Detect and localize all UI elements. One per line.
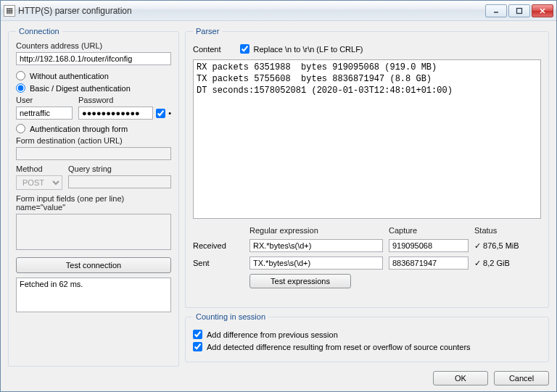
method-select: POST — [16, 175, 62, 190]
capture-header: Capture — [389, 226, 469, 235]
close-button[interactable] — [532, 4, 553, 17]
parser-legend: Parser — [193, 27, 222, 36]
form-dest-label: Form destination (action URL) — [16, 136, 171, 145]
footer-buttons: OK Cancel — [8, 367, 549, 385]
sent-label: Sent — [193, 259, 244, 267]
connection-status-textarea[interactable]: Fetched in 62 ms. — [16, 278, 171, 312]
maximize-button[interactable] — [508, 4, 530, 17]
test-expressions-button[interactable]: Test expressions — [249, 274, 351, 288]
auth-none-radio[interactable] — [16, 71, 25, 80]
show-password-checkbox[interactable] — [156, 109, 165, 118]
minimize-button[interactable] — [485, 4, 507, 17]
app-icon: ▦ — [4, 5, 15, 17]
received-regex-input[interactable] — [249, 239, 383, 252]
counting-group: Counting in session Add difference from … — [185, 312, 549, 362]
replace-crlf-checkbox[interactable] — [240, 44, 249, 54]
replace-crlf-label: Replace \n to \r\n (LF to CRLF) — [254, 45, 363, 54]
auth-basic-radio[interactable] — [16, 83, 25, 93]
user-input[interactable] — [16, 107, 73, 120]
content-label: Content — [193, 45, 221, 54]
sent-status: ✓ 8,2 GiB — [474, 259, 541, 268]
regex-header: Regular expression — [249, 226, 383, 235]
received-capture-output — [389, 239, 469, 252]
add-diff-checkbox[interactable] — [193, 330, 202, 339]
add-overflow-checkbox[interactable] — [193, 342, 202, 351]
parser-group: Parser Content Replace \n to \r\n (LF to… — [185, 27, 549, 308]
ok-button[interactable]: OK — [433, 371, 488, 385]
parser-table: Regular expression Capture Status Receiv… — [193, 226, 541, 288]
form-dest-input — [16, 147, 171, 160]
auth-form-label: Authentication through form — [30, 125, 128, 133]
window-title: HTTP(S) parser configuration — [18, 6, 485, 16]
content-textarea[interactable]: RX packets 6351988 bytes 919095068 (919.… — [193, 59, 541, 219]
connection-group: Connection Counters address (URL) Withou… — [8, 27, 179, 367]
method-label: Method — [16, 164, 62, 173]
auth-form-radio[interactable] — [16, 124, 25, 133]
sent-capture-output — [389, 257, 469, 270]
status-header: Status — [474, 226, 541, 235]
window-controls — [485, 4, 553, 17]
password-input[interactable] — [78, 107, 153, 120]
counting-legend: Counting in session — [193, 312, 268, 321]
dialog-window: ▦ HTTP(S) parser configuration Connectio… — [0, 0, 557, 392]
query-input — [68, 175, 171, 188]
password-label: Password — [78, 96, 171, 104]
add-overflow-label: Add detected difference resulting from r… — [207, 343, 471, 351]
content-area: Connection Counters address (URL) Withou… — [1, 21, 556, 391]
url-label: Counters address (URL) — [16, 41, 171, 50]
received-status: ✓ 876,5 MiB — [474, 241, 541, 251]
svg-rect-1 — [517, 8, 522, 13]
user-label: User — [16, 96, 73, 104]
sent-regex-input[interactable] — [249, 257, 383, 270]
query-label: Query string — [68, 164, 171, 173]
cancel-button[interactable]: Cancel — [494, 371, 549, 385]
form-fields-textarea — [16, 214, 171, 250]
connection-legend: Connection — [16, 27, 62, 36]
auth-none-label: Without authentication — [30, 72, 109, 80]
add-diff-label: Add difference from previous session — [207, 330, 338, 339]
url-input[interactable] — [16, 52, 171, 65]
auth-basic-label: Basic / Digest authentication — [30, 84, 131, 93]
password-bullet-icon: • — [168, 109, 171, 117]
titlebar: ▦ HTTP(S) parser configuration — [1, 1, 556, 21]
received-label: Received — [193, 241, 244, 250]
form-fields-label: Form input fields (one per line) name="v… — [16, 194, 171, 212]
test-connection-button[interactable]: Test connection — [16, 257, 171, 273]
